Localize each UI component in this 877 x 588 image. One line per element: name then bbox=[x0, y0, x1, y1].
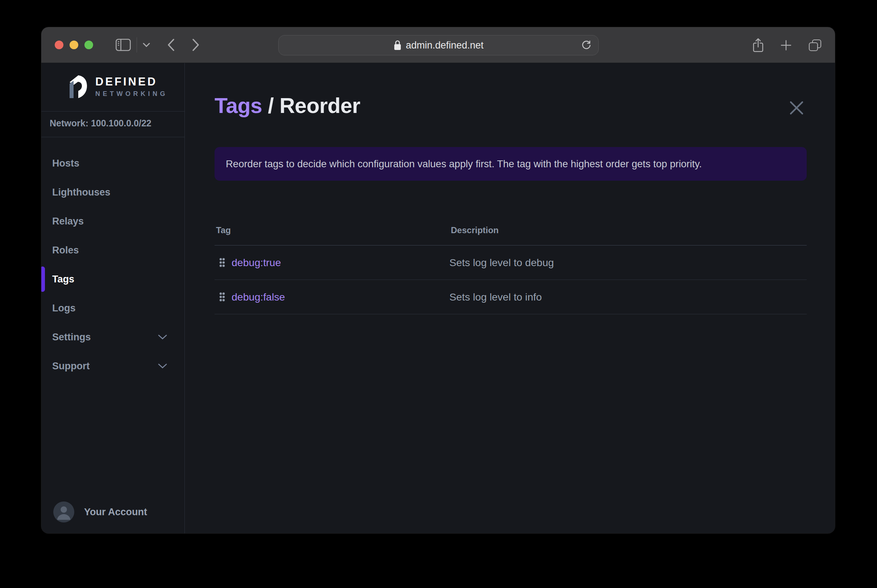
account-label: Your Account bbox=[84, 507, 147, 518]
tag-link[interactable]: debug:true bbox=[232, 257, 281, 268]
breadcrumb-separator: / bbox=[268, 93, 274, 118]
sidebar-item-settings[interactable]: Settings bbox=[41, 322, 185, 352]
sidebar-item-lighthouses[interactable]: Lighthouses bbox=[41, 178, 185, 207]
browser-window: admin.defined.net bbox=[41, 27, 835, 533]
traffic-lights bbox=[55, 40, 93, 49]
sidebar-item-roles[interactable]: Roles bbox=[41, 236, 185, 265]
page-title: Tags / Reorder bbox=[215, 93, 360, 118]
defined-networking-logo-icon bbox=[69, 74, 88, 99]
tab-overview-icon[interactable] bbox=[808, 39, 822, 52]
logo-line1: DEFINED bbox=[95, 75, 168, 88]
sidebar-nav: Hosts Lighthouses Relays Roles Tags Logs bbox=[41, 149, 185, 381]
chevron-down-icon bbox=[158, 363, 167, 369]
sidebar-item-hosts[interactable]: Hosts bbox=[41, 149, 185, 178]
column-header-description: Description bbox=[449, 225, 807, 236]
tag-description: Sets log level to debug bbox=[449, 257, 807, 268]
your-account-button[interactable]: Your Account bbox=[53, 501, 147, 522]
sidebar: DEFINED NETWORKING Network: 100.100.0.0/… bbox=[41, 63, 185, 533]
tag-link[interactable]: debug:false bbox=[232, 291, 285, 303]
tags-table: Tag Description debug:true bbox=[215, 215, 807, 314]
sidebar-divider bbox=[41, 111, 185, 111]
drag-handle-icon[interactable] bbox=[219, 292, 226, 302]
reload-icon[interactable] bbox=[581, 40, 592, 51]
close-icon[interactable] bbox=[788, 99, 805, 117]
forward-icon[interactable] bbox=[192, 39, 199, 51]
column-header-tag: Tag bbox=[215, 225, 449, 236]
address-bar[interactable]: admin.defined.net bbox=[278, 35, 599, 56]
drag-handle-icon[interactable] bbox=[219, 257, 226, 268]
sidebar-toggle-icon[interactable] bbox=[116, 39, 131, 51]
new-tab-icon[interactable] bbox=[780, 39, 792, 51]
info-banner-text: Reorder tags to decide which configurati… bbox=[226, 158, 702, 170]
minimize-window-button[interactable] bbox=[69, 40, 78, 49]
table-header-row: Tag Description bbox=[215, 215, 807, 246]
info-banner: Reorder tags to decide which configurati… bbox=[215, 147, 807, 181]
tag-description: Sets log level to info bbox=[449, 291, 807, 303]
zoom-window-button[interactable] bbox=[84, 40, 93, 49]
sidebar-divider bbox=[41, 137, 185, 137]
chevron-down-icon bbox=[158, 334, 167, 340]
breadcrumb-page: Reorder bbox=[280, 93, 360, 118]
user-avatar-icon bbox=[53, 501, 74, 522]
lock-icon bbox=[394, 40, 402, 51]
sidebar-item-relays[interactable]: Relays bbox=[41, 207, 185, 236]
breadcrumb-section[interactable]: Tags bbox=[215, 93, 262, 118]
toolbar-chevron-down-icon[interactable] bbox=[143, 43, 150, 47]
sidebar-item-logs[interactable]: Logs bbox=[41, 294, 185, 322]
close-window-button[interactable] bbox=[55, 40, 63, 49]
table-row[interactable]: debug:false Sets log level to info bbox=[215, 280, 807, 314]
back-icon[interactable] bbox=[167, 39, 174, 51]
share-icon[interactable] bbox=[752, 38, 764, 53]
toolbar-divider bbox=[137, 37, 137, 52]
network-label: Network: 100.100.0.0/22 bbox=[50, 118, 152, 129]
url-text: admin.defined.net bbox=[406, 40, 484, 51]
table-row[interactable]: debug:true Sets log level to debug bbox=[215, 246, 807, 280]
main-panel: Tags / Reorder Reorder tags to decide wh… bbox=[185, 63, 835, 533]
logo[interactable]: DEFINED NETWORKING bbox=[69, 74, 185, 99]
sidebar-item-tags[interactable]: Tags bbox=[41, 265, 185, 294]
sidebar-item-support[interactable]: Support bbox=[41, 352, 185, 381]
logo-line2: NETWORKING bbox=[95, 90, 168, 98]
browser-toolbar: admin.defined.net bbox=[41, 27, 835, 63]
